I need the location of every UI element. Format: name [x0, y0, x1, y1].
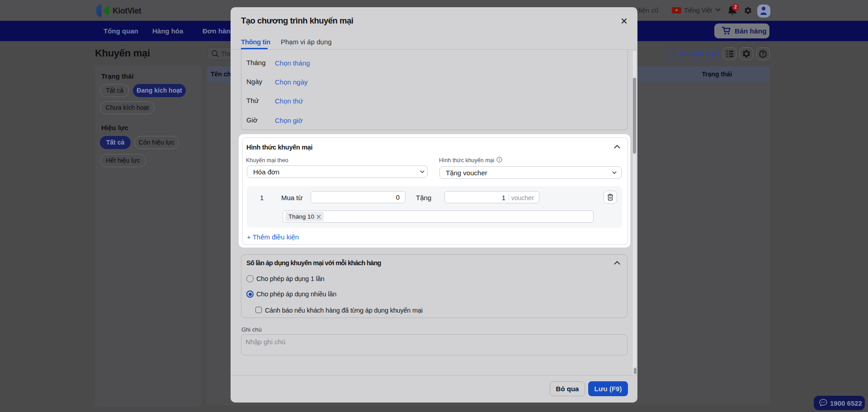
svg-text:?: ? — [761, 51, 764, 56]
